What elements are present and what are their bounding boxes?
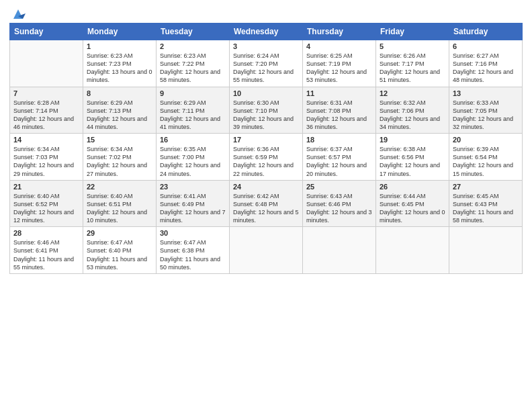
calendar-cell: 23Sunrise: 6:41 AM Sunset: 6:49 PM Dayli… [157,180,230,227]
day-number: 5 [380,42,445,50]
calendar-cell: 2Sunrise: 6:23 AM Sunset: 7:22 PM Daylig… [157,40,230,87]
header [9,7,523,19]
day-number: 8 [87,89,152,97]
day-info: Sunrise: 6:30 AM Sunset: 7:10 PM Dayligh… [233,99,299,132]
day-info: Sunrise: 6:46 AM Sunset: 6:41 PM Dayligh… [13,238,79,271]
calendar-cell: 28Sunrise: 6:46 AM Sunset: 6:41 PM Dayli… [10,227,83,274]
calendar-cell: 8Sunrise: 6:29 AM Sunset: 7:13 PM Daylig… [83,87,157,134]
day-number: 22 [87,183,152,191]
day-number: 19 [380,136,445,144]
calendar-cell: 16Sunrise: 6:35 AM Sunset: 7:00 PM Dayli… [157,134,230,181]
day-info: Sunrise: 6:45 AM Sunset: 6:43 PM Dayligh… [453,192,519,225]
day-number: 20 [453,136,519,144]
calendar-cell [303,227,376,274]
day-info: Sunrise: 6:39 AM Sunset: 6:54 PM Dayligh… [453,145,519,178]
week-row-5: 28Sunrise: 6:46 AM Sunset: 6:41 PM Dayli… [10,227,523,274]
day-info: Sunrise: 6:32 AM Sunset: 7:06 PM Dayligh… [380,99,445,132]
weekday-header-saturday: Saturday [449,24,523,40]
day-number: 18 [306,136,372,144]
calendar-cell: 13Sunrise: 6:33 AM Sunset: 7:05 PM Dayli… [449,87,523,134]
calendar-cell: 9Sunrise: 6:29 AM Sunset: 7:11 PM Daylig… [157,87,230,134]
week-row-3: 14Sunrise: 6:34 AM Sunset: 7:03 PM Dayli… [10,134,523,181]
week-row-1: 1Sunrise: 6:23 AM Sunset: 7:23 PM Daylig… [10,40,523,87]
day-info: Sunrise: 6:31 AM Sunset: 7:08 PM Dayligh… [306,99,372,132]
day-info: Sunrise: 6:29 AM Sunset: 7:13 PM Dayligh… [87,99,152,132]
day-info: Sunrise: 6:34 AM Sunset: 7:03 PM Dayligh… [13,145,79,178]
calendar-cell: 12Sunrise: 6:32 AM Sunset: 7:06 PM Dayli… [376,87,449,134]
calendar-cell: 22Sunrise: 6:40 AM Sunset: 6:51 PM Dayli… [83,180,157,227]
calendar-cell: 11Sunrise: 6:31 AM Sunset: 7:08 PM Dayli… [303,87,376,134]
calendar-cell: 26Sunrise: 6:44 AM Sunset: 6:45 PM Dayli… [376,180,449,227]
day-number: 15 [87,136,152,144]
day-info: Sunrise: 6:23 AM Sunset: 7:22 PM Dayligh… [160,52,226,85]
weekday-header-thursday: Thursday [303,24,376,40]
page: SundayMondayTuesdayWednesdayThursdayFrid… [0,0,532,411]
day-number: 25 [306,183,372,191]
day-number: 14 [13,136,79,144]
day-number: 1 [87,42,152,50]
day-info: Sunrise: 6:36 AM Sunset: 6:59 PM Dayligh… [233,145,299,178]
calendar-cell: 15Sunrise: 6:34 AM Sunset: 7:02 PM Dayli… [83,134,157,181]
calendar-cell: 10Sunrise: 6:30 AM Sunset: 7:10 PM Dayli… [230,87,303,134]
day-number: 13 [453,89,519,97]
calendar-cell: 21Sunrise: 6:40 AM Sunset: 6:52 PM Dayli… [10,180,83,227]
day-info: Sunrise: 6:28 AM Sunset: 7:14 PM Dayligh… [13,99,79,132]
calendar-cell: 1Sunrise: 6:23 AM Sunset: 7:23 PM Daylig… [83,40,157,87]
calendar-cell: 4Sunrise: 6:25 AM Sunset: 7:19 PM Daylig… [303,40,376,87]
calendar-cell: 14Sunrise: 6:34 AM Sunset: 7:03 PM Dayli… [10,134,83,181]
day-info: Sunrise: 6:26 AM Sunset: 7:17 PM Dayligh… [380,52,445,85]
day-info: Sunrise: 6:44 AM Sunset: 6:45 PM Dayligh… [380,192,445,225]
day-info: Sunrise: 6:41 AM Sunset: 6:49 PM Dayligh… [160,192,226,225]
day-info: Sunrise: 6:38 AM Sunset: 6:56 PM Dayligh… [380,145,445,178]
calendar-cell: 6Sunrise: 6:27 AM Sunset: 7:16 PM Daylig… [449,40,523,87]
day-number: 21 [13,183,79,191]
calendar-cell [230,227,303,274]
week-row-4: 21Sunrise: 6:40 AM Sunset: 6:52 PM Dayli… [10,180,523,227]
day-number: 6 [453,42,519,50]
day-info: Sunrise: 6:47 AM Sunset: 6:38 PM Dayligh… [160,238,226,271]
day-info: Sunrise: 6:33 AM Sunset: 7:05 PM Dayligh… [453,99,519,132]
day-info: Sunrise: 6:37 AM Sunset: 6:57 PM Dayligh… [306,145,372,178]
calendar-cell [449,227,523,274]
day-info: Sunrise: 6:35 AM Sunset: 7:00 PM Dayligh… [160,145,226,178]
day-number: 12 [380,89,445,97]
day-number: 23 [160,183,226,191]
calendar: SundayMondayTuesdayWednesdayThursdayFrid… [9,23,523,274]
calendar-cell: 27Sunrise: 6:45 AM Sunset: 6:43 PM Dayli… [449,180,523,227]
calendar-cell: 20Sunrise: 6:39 AM Sunset: 6:54 PM Dayli… [449,134,523,181]
day-info: Sunrise: 6:29 AM Sunset: 7:11 PM Dayligh… [160,99,226,132]
calendar-cell: 19Sunrise: 6:38 AM Sunset: 6:56 PM Dayli… [376,134,449,181]
day-number: 2 [160,42,226,50]
day-number: 3 [233,42,299,50]
day-info: Sunrise: 6:24 AM Sunset: 7:20 PM Dayligh… [233,52,299,85]
day-number: 24 [233,183,299,191]
day-info: Sunrise: 6:40 AM Sunset: 6:52 PM Dayligh… [13,192,79,225]
calendar-cell: 24Sunrise: 6:42 AM Sunset: 6:48 PM Dayli… [230,180,303,227]
weekday-header-friday: Friday [376,24,449,40]
week-row-2: 7Sunrise: 6:28 AM Sunset: 7:14 PM Daylig… [10,87,523,134]
calendar-cell: 29Sunrise: 6:47 AM Sunset: 6:40 PM Dayli… [83,227,157,274]
calendar-cell: 25Sunrise: 6:43 AM Sunset: 6:46 PM Dayli… [303,180,376,227]
day-info: Sunrise: 6:40 AM Sunset: 6:51 PM Dayligh… [87,192,152,225]
day-info: Sunrise: 6:25 AM Sunset: 7:19 PM Dayligh… [306,52,372,85]
day-number: 26 [380,183,445,191]
weekday-header-tuesday: Tuesday [157,24,230,40]
day-number: 28 [13,229,79,237]
logo-icon [11,7,26,21]
day-number: 10 [233,89,299,97]
day-info: Sunrise: 6:27 AM Sunset: 7:16 PM Dayligh… [453,52,519,85]
weekday-header-wednesday: Wednesday [230,24,303,40]
day-number: 16 [160,136,226,144]
calendar-cell: 17Sunrise: 6:36 AM Sunset: 6:59 PM Dayli… [230,134,303,181]
day-number: 7 [13,89,79,97]
logo [9,7,26,19]
calendar-cell: 3Sunrise: 6:24 AM Sunset: 7:20 PM Daylig… [230,40,303,87]
day-info: Sunrise: 6:43 AM Sunset: 6:46 PM Dayligh… [306,192,372,225]
day-number: 11 [306,89,372,97]
calendar-cell [376,227,449,274]
calendar-cell [10,40,83,87]
day-number: 29 [87,229,152,237]
day-number: 27 [453,183,519,191]
day-info: Sunrise: 6:34 AM Sunset: 7:02 PM Dayligh… [87,145,152,178]
day-number: 9 [160,89,226,97]
